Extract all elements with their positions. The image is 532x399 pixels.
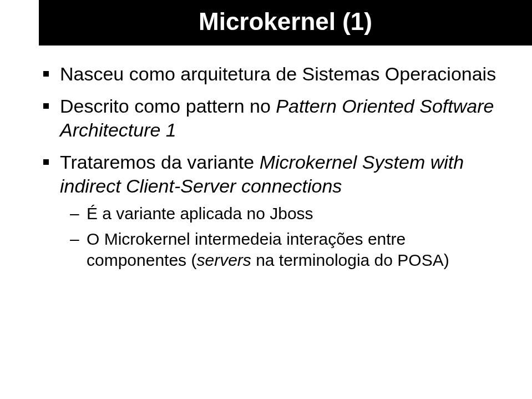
- sub-bullet-item: O Microkernel intermedeia interações ent…: [60, 229, 499, 271]
- slide-content: Nasceu como arquitetura de Sistemas Oper…: [0, 46, 532, 271]
- sub-bullet-text: É a variante aplicada no Jboss: [87, 204, 313, 223]
- sub-bullet-text-italic: servers: [196, 251, 251, 269]
- bullet-text: Trataremos da variante: [60, 151, 260, 173]
- bullet-text: Nasceu como arquitetura de Sistemas Oper…: [60, 63, 496, 84]
- bullet-item: Nasceu como arquitetura de Sistemas Oper…: [43, 62, 499, 87]
- bullet-item: Descrito como pattern no Pattern Oriente…: [43, 94, 499, 143]
- sub-bullet-list: É a variante aplicada no Jboss O Microke…: [60, 203, 499, 271]
- slide: Microkernel (1) Nasceu como arquitetura …: [0, 0, 532, 399]
- bullet-text: Descrito como pattern no: [60, 95, 276, 117]
- bullet-item: Trataremos da variante Microkernel Syste…: [43, 150, 499, 271]
- sub-bullet-text: na terminologia do POSA): [251, 251, 449, 269]
- bullet-list: Nasceu como arquitetura de Sistemas Oper…: [43, 62, 499, 271]
- slide-title: Microkernel (1): [39, 0, 532, 46]
- sub-bullet-item: É a variante aplicada no Jboss: [60, 203, 499, 224]
